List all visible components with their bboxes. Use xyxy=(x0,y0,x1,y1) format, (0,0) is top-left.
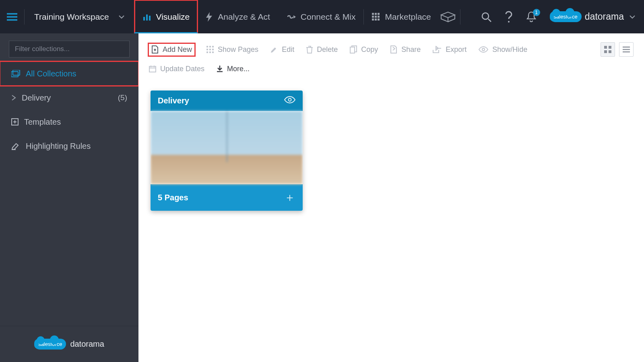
brand-area[interactable]: salesforce datorama xyxy=(547,11,644,22)
download-icon xyxy=(217,65,223,72)
svg-rect-26 xyxy=(206,46,208,47)
nav-connect[interactable]: Connect & Mix xyxy=(278,0,364,33)
svg-rect-34 xyxy=(212,51,214,53)
nav-analyze[interactable]: Analyze & Act xyxy=(198,0,278,33)
card-footer: 5 Pages ＋ xyxy=(151,184,303,211)
lightning-icon xyxy=(206,12,213,22)
svg-rect-28 xyxy=(212,46,214,47)
svg-rect-30 xyxy=(209,49,211,50)
card-header: Delivery xyxy=(151,90,303,111)
filter-collections-input[interactable] xyxy=(9,41,130,58)
toolbar-label: Export xyxy=(446,45,466,54)
svg-rect-4 xyxy=(146,14,148,21)
cards-area: Delivery 5 Pages ＋ xyxy=(138,78,644,223)
salesforce-logo: salesforce xyxy=(34,339,66,350)
search-button[interactable] xyxy=(479,10,493,24)
card-pages-count: 5 Pages xyxy=(158,193,188,202)
salesforce-logo: salesforce xyxy=(550,11,582,22)
toolbar-show-hide[interactable]: Show/Hide xyxy=(479,45,527,54)
svg-rect-32 xyxy=(206,51,208,53)
svg-line-17 xyxy=(488,19,491,22)
plus-box-icon xyxy=(11,118,19,125)
trash-icon xyxy=(306,45,313,53)
grid-icon xyxy=(206,46,214,53)
workspace-selector[interactable]: Training Workspace xyxy=(25,12,134,22)
nav-visualize[interactable]: Visualize xyxy=(134,0,198,33)
card-thumbnail xyxy=(151,111,303,184)
svg-rect-12 xyxy=(378,16,380,18)
connect-icon xyxy=(286,13,296,21)
sidebar-all-collections[interactable]: All Collections xyxy=(0,62,138,86)
eye-icon xyxy=(479,46,488,53)
svg-rect-20 xyxy=(13,70,20,75)
view-toggle xyxy=(601,42,634,57)
view-list-button[interactable] xyxy=(619,42,634,57)
collection-card-delivery[interactable]: Delivery 5 Pages ＋ xyxy=(151,90,303,211)
box-icon-button[interactable] xyxy=(441,10,455,24)
sidebar-highlighting[interactable]: Highlighting Rules xyxy=(0,134,138,158)
svg-rect-35 xyxy=(350,47,355,53)
brand-name: datorama xyxy=(70,339,104,349)
svg-rect-8 xyxy=(375,13,377,15)
sidebar-item-label: Templates xyxy=(24,117,61,127)
toolbar-export[interactable]: Export xyxy=(433,45,466,54)
svg-rect-33 xyxy=(209,51,211,53)
svg-point-18 xyxy=(508,21,510,23)
svg-rect-5 xyxy=(149,16,151,21)
hamburger-menu-button[interactable] xyxy=(0,0,24,33)
svg-rect-13 xyxy=(372,19,374,21)
add-file-icon xyxy=(151,45,159,53)
svg-rect-39 xyxy=(604,50,607,53)
toolbar-show-pages[interactable]: Show Pages xyxy=(206,45,258,54)
sidebar-item-label: Highlighting Rules xyxy=(26,142,91,151)
nav-label: Marketplace xyxy=(385,12,431,22)
svg-rect-11 xyxy=(375,16,377,18)
brand-name: datorama xyxy=(585,11,624,22)
svg-rect-44 xyxy=(149,66,156,72)
toolbar-label: Share xyxy=(401,45,421,54)
bar-chart-icon xyxy=(142,12,151,21)
sidebar-templates[interactable]: Templates xyxy=(0,110,138,134)
sidebar-footer-brand: salesforce datorama xyxy=(0,326,138,362)
svg-rect-15 xyxy=(378,19,380,21)
grid-icon xyxy=(372,13,380,21)
card-add-button[interactable]: ＋ xyxy=(284,190,295,205)
toolbar-label: Show Pages xyxy=(218,45,258,54)
package-icon xyxy=(440,11,456,23)
topbar-utility-icons: 1 xyxy=(471,10,547,24)
svg-rect-29 xyxy=(206,49,208,50)
svg-rect-7 xyxy=(372,13,374,15)
chevron-down-icon xyxy=(630,15,635,19)
toolbar-edit[interactable]: Edit xyxy=(270,45,294,54)
toolbar-more[interactable]: More... xyxy=(217,65,250,73)
svg-rect-19 xyxy=(11,72,18,77)
sidebar-item-label: All Collections xyxy=(26,69,76,78)
sidebar: All Collections Delivery (5) Templates H… xyxy=(0,33,138,362)
toolbar-update-dates[interactable]: Update Dates xyxy=(149,65,204,73)
nav-label: Visualize xyxy=(156,12,190,22)
nav-label: Connect & Mix xyxy=(301,12,356,22)
help-button[interactable] xyxy=(502,10,516,24)
hamburger-icon xyxy=(7,13,17,21)
toolbar-delete[interactable]: Delete xyxy=(306,45,338,54)
nav-marketplace[interactable]: Marketplace xyxy=(364,0,439,33)
svg-marker-6 xyxy=(293,15,296,19)
search-icon xyxy=(481,12,491,22)
list-view-icon xyxy=(623,46,630,53)
visibility-icon[interactable] xyxy=(284,96,295,105)
toolbar-copy[interactable]: Copy xyxy=(350,45,378,54)
view-grid-button[interactable] xyxy=(601,42,615,57)
main-nav: Visualize Analyze & Act Connect & Mix Ma… xyxy=(134,0,439,33)
svg-rect-9 xyxy=(378,13,380,15)
toolbar-add-new[interactable]: Add New xyxy=(149,44,194,56)
svg-rect-14 xyxy=(375,19,377,21)
notification-badge: 1 xyxy=(533,9,540,16)
chevron-right-icon xyxy=(11,95,16,101)
toolbar-share[interactable]: Share xyxy=(390,45,421,54)
main-content: Add New Show Pages Edit Delete Copy Shar… xyxy=(138,33,644,362)
svg-point-36 xyxy=(482,48,485,51)
sidebar-delivery[interactable]: Delivery (5) xyxy=(0,86,138,110)
notifications-button[interactable]: 1 xyxy=(524,10,539,24)
svg-rect-38 xyxy=(609,46,611,49)
nav-label: Analyze & Act xyxy=(218,12,270,22)
